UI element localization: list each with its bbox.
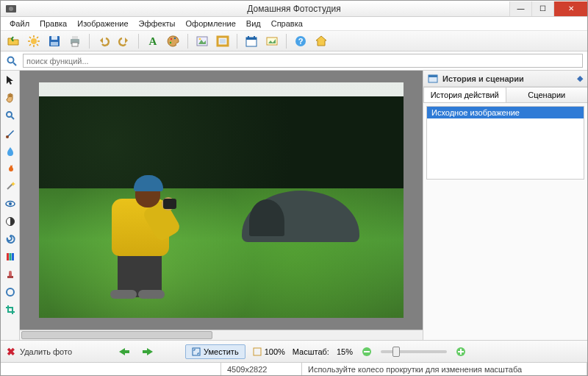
zoom-in-icon[interactable] [454, 345, 467, 358]
svg-rect-16 [72, 43, 78, 46]
svg-point-19 [174, 37, 176, 38]
maximize-button[interactable]: ☐ [531, 1, 553, 16]
eye-tool-icon[interactable] [4, 197, 17, 210]
svg-point-23 [199, 38, 201, 40]
svg-rect-47 [12, 253, 14, 260]
crop-tool-icon[interactable] [4, 303, 17, 316]
svg-point-43 [9, 202, 12, 205]
tab-scenarios[interactable]: Сценарии [506, 87, 589, 102]
wand-tool-icon[interactable] [4, 180, 17, 193]
frame-icon[interactable] [215, 33, 231, 49]
help-icon[interactable]: ? [293, 33, 309, 49]
open-icon[interactable] [5, 33, 21, 49]
svg-rect-45 [7, 253, 9, 260]
toolbar-separator [89, 34, 90, 49]
status-dimensions: 4509x2822 [221, 363, 302, 375]
zoom-slider[interactable] [381, 350, 447, 353]
drop-tool-icon[interactable] [4, 144, 17, 157]
minimize-button[interactable]: — [509, 1, 531, 16]
status-bar: 4509x2822 Используйте колесо прокрутки д… [1, 362, 587, 375]
toolbar-separator [286, 34, 287, 49]
close-button[interactable]: ✕ [553, 1, 587, 16]
menu-image[interactable]: Изображение [73, 18, 132, 29]
right-panel: История и сценарии ◆ История действий Сц… [423, 71, 587, 340]
search-input[interactable] [23, 54, 583, 68]
circle-tool-icon[interactable] [4, 285, 17, 299]
menu-decoration[interactable]: Оформление [182, 18, 240, 29]
content-area: История и сценарии ◆ История действий Сц… [1, 71, 587, 340]
svg-line-7 [29, 37, 31, 38]
svg-marker-37 [7, 76, 13, 85]
home-icon[interactable] [313, 33, 329, 49]
left-toolbar [1, 71, 20, 340]
bottom-toolbar: ✖ Удалить фото Уместить 100% Масштаб: 15… [1, 340, 587, 362]
svg-rect-12 [51, 36, 57, 40]
window-controls: — ☐ ✕ [509, 1, 587, 16]
svg-marker-34 [316, 36, 326, 46]
history-list[interactable]: Исходное изображение [426, 106, 584, 180]
undo-icon[interactable] [96, 33, 112, 49]
svg-point-50 [9, 271, 12, 274]
stamp-tool-icon[interactable] [4, 268, 17, 281]
svg-point-38 [7, 112, 12, 117]
menu-view[interactable]: Вид [242, 18, 265, 29]
zoom-100-button[interactable]: 100% [253, 347, 285, 356]
svg-point-35 [8, 57, 14, 63]
contrast-tool-icon[interactable] [4, 215, 17, 228]
save-icon[interactable] [46, 33, 62, 49]
redo-icon[interactable] [116, 33, 132, 49]
panel-title: История и сценарии [442, 74, 573, 83]
delete-icon: ✖ [7, 346, 15, 358]
brush-tool-icon[interactable] [4, 127, 17, 140]
search-icon [5, 54, 18, 68]
svg-point-2 [31, 38, 37, 44]
panel-collapse-icon[interactable]: ◆ [577, 74, 583, 83]
panel-tabs: История действий Сценарии [423, 87, 587, 103]
status-empty [1, 363, 221, 375]
sun-icon[interactable] [26, 33, 42, 49]
fit-button[interactable]: Уместить [185, 344, 245, 359]
prev-arrow-icon[interactable] [116, 345, 132, 358]
svg-rect-62 [460, 349, 462, 355]
svg-marker-55 [143, 348, 153, 355]
hand-tool-icon[interactable] [4, 91, 17, 104]
pointer-tool-icon[interactable] [4, 74, 17, 87]
colorbars-tool-icon[interactable] [4, 250, 17, 263]
print-icon[interactable] [67, 33, 83, 49]
panel-icon [428, 74, 438, 84]
menu-edit[interactable]: Правка [35, 18, 71, 29]
zoom-tool-icon[interactable] [4, 109, 17, 122]
svg-point-20 [170, 41, 171, 43]
svg-rect-59 [364, 351, 370, 352]
menu-file[interactable]: Файл [5, 18, 34, 29]
tab-history[interactable]: История действий [423, 87, 506, 102]
svg-line-36 [13, 63, 16, 65]
svg-point-1 [9, 7, 13, 11]
svg-rect-13 [51, 42, 58, 46]
swirl-tool-icon[interactable] [4, 233, 17, 246]
fire-tool-icon[interactable] [4, 162, 17, 175]
picture-icon[interactable] [194, 33, 210, 49]
menu-help[interactable]: Справка [267, 18, 307, 29]
titlebar: Домашняя Фотостудия — ☐ ✕ [1, 1, 587, 17]
search-bar [1, 52, 587, 71]
delete-photo-button[interactable]: ✖ Удалить фото [7, 346, 72, 358]
window-title: Домашняя Фотостудия [1, 4, 587, 14]
svg-rect-25 [220, 39, 226, 43]
card-icon[interactable] [264, 33, 280, 49]
history-item[interactable]: Исходное изображение [427, 107, 584, 118]
next-arrow-icon[interactable] [140, 345, 156, 358]
palette-icon[interactable] [165, 33, 182, 49]
canvas-area [20, 71, 423, 340]
text-icon[interactable]: A [145, 33, 161, 49]
canvas-viewport[interactable] [20, 71, 423, 330]
zoom-100-label: 100% [265, 347, 285, 356]
status-hint: Используйте колесо прокрутки для изменен… [302, 363, 587, 375]
horizontal-scrollbar[interactable] [20, 330, 423, 340]
delete-label: Удалить фото [20, 347, 72, 356]
panel-header: История и сценарии ◆ [423, 71, 587, 87]
svg-rect-46 [9, 253, 11, 260]
menu-effects[interactable]: Эффекты [135, 18, 180, 29]
calendar-icon[interactable] [243, 33, 259, 49]
zoom-out-icon[interactable] [360, 345, 373, 358]
